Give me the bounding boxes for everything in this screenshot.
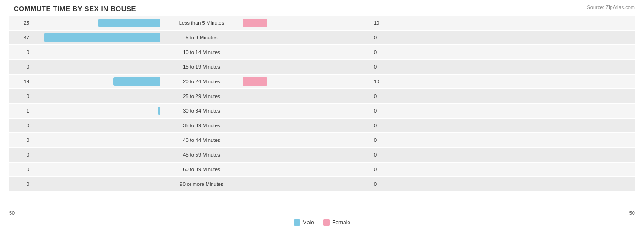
row-label: 25 to 29 Minutes — [160, 93, 243, 99]
legend-female: Female — [323, 219, 350, 226]
chart-container: COMMUTE TIME BY SEX IN BOUSE Source: Zip… — [0, 0, 644, 239]
left-value: 19 — [9, 79, 32, 84]
bar-left-container — [32, 92, 160, 100]
bar-male — [98, 19, 160, 27]
bar-left-container — [32, 121, 160, 130]
chart-row: 0 90 or more Minutes 0 — [9, 177, 635, 191]
left-value: 0 — [9, 181, 32, 187]
left-value: 1 — [9, 108, 32, 114]
right-value: 0 — [371, 64, 394, 70]
right-value: 0 — [371, 108, 394, 114]
bar-left-container — [32, 63, 160, 71]
bar-left-container — [32, 77, 160, 86]
bar-female — [243, 77, 267, 86]
axis-labels: 50 50 — [9, 209, 635, 217]
left-value: 0 — [9, 123, 32, 128]
bar-left-container — [32, 136, 160, 144]
bar-right-container — [243, 151, 371, 159]
row-label: 35 to 39 Minutes — [160, 123, 243, 128]
right-value: 0 — [371, 181, 394, 187]
bar-right-container — [243, 77, 371, 86]
right-value: 0 — [371, 167, 394, 172]
row-label: 15 to 19 Minutes — [160, 64, 243, 70]
row-label: 45 to 59 Minutes — [160, 152, 243, 158]
bar-left-container — [32, 151, 160, 159]
bar-right-container — [243, 180, 371, 188]
legend-female-box — [323, 219, 330, 226]
bar-left-container — [32, 107, 160, 115]
right-value: 10 — [371, 79, 394, 84]
left-value: 47 — [9, 35, 32, 40]
bar-right-container — [243, 92, 371, 100]
chart-title: COMMUTE TIME BY SEX IN BOUSE — [9, 5, 635, 12]
chart-row: 47 5 to 9 Minutes 0 — [9, 31, 635, 44]
chart-row: 0 45 to 59 Minutes 0 — [9, 148, 635, 162]
bar-left-container — [32, 33, 160, 42]
chart-row: 0 35 to 39 Minutes 0 — [9, 119, 635, 132]
right-value: 0 — [371, 93, 394, 99]
left-value: 0 — [9, 64, 32, 70]
left-value: 0 — [9, 49, 32, 55]
chart-row: 0 25 to 29 Minutes 0 — [9, 89, 635, 103]
bar-right-container — [243, 48, 371, 56]
source-text: Source: ZipAtlas.com — [587, 5, 635, 10]
bar-right-container — [243, 121, 371, 130]
left-value: 0 — [9, 152, 32, 158]
legend-male-label: Male — [302, 219, 314, 226]
chart-row: 25 Less than 5 Minutes 10 — [9, 16, 635, 30]
bar-left-container — [32, 48, 160, 56]
bar-male — [113, 77, 160, 86]
left-value: 0 — [9, 167, 32, 172]
axis-left: 50 — [9, 210, 15, 216]
chart-row: 19 20 to 24 Minutes 10 — [9, 75, 635, 88]
legend-female-label: Female — [332, 219, 350, 226]
right-value: 10 — [371, 20, 394, 26]
row-label: 5 to 9 Minutes — [160, 35, 243, 40]
bar-right-container — [243, 165, 371, 174]
legend-male-box — [294, 219, 300, 226]
bar-right-container — [243, 33, 371, 42]
chart-row: 1 30 to 34 Minutes 0 — [9, 104, 635, 118]
left-value: 25 — [9, 20, 32, 26]
bar-left-container — [32, 180, 160, 188]
row-label: 20 to 24 Minutes — [160, 79, 243, 84]
left-value: 0 — [9, 93, 32, 99]
axis-right: 50 — [629, 210, 635, 216]
bar-right-container — [243, 19, 371, 27]
row-label: Less than 5 Minutes — [160, 20, 243, 26]
bar-male — [44, 33, 160, 42]
right-value: 0 — [371, 152, 394, 158]
legend-male: Male — [294, 219, 314, 226]
chart-area: 25 Less than 5 Minutes 10 47 5 to 9 Minu… — [9, 16, 635, 208]
bar-right-container — [243, 136, 371, 144]
right-value: 0 — [371, 49, 394, 55]
bar-left-container — [32, 19, 160, 27]
chart-row: 0 40 to 44 Minutes 0 — [9, 133, 635, 147]
right-value: 0 — [371, 35, 394, 40]
bar-right-container — [243, 63, 371, 71]
bar-female — [243, 19, 267, 27]
row-label: 30 to 34 Minutes — [160, 108, 243, 114]
chart-row: 0 10 to 14 Minutes 0 — [9, 45, 635, 59]
legend: Male Female — [9, 219, 635, 226]
bar-right-container — [243, 107, 371, 115]
row-label: 40 to 44 Minutes — [160, 137, 243, 143]
chart-row: 0 60 to 89 Minutes 0 — [9, 163, 635, 176]
chart-row: 0 15 to 19 Minutes 0 — [9, 60, 635, 74]
row-label: 90 or more Minutes — [160, 181, 243, 187]
bar-left-container — [32, 165, 160, 174]
right-value: 0 — [371, 137, 394, 143]
left-value: 0 — [9, 137, 32, 143]
row-label: 10 to 14 Minutes — [160, 49, 243, 55]
row-label: 60 to 89 Minutes — [160, 167, 243, 172]
right-value: 0 — [371, 123, 394, 128]
